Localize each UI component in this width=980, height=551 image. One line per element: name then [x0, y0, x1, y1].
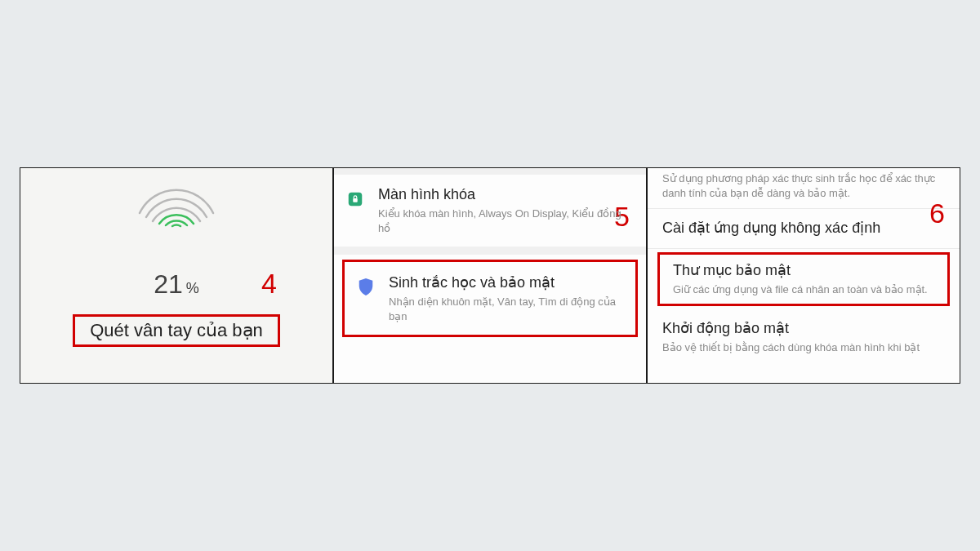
settings-item-unknown-apps[interactable]: Cài đặt ứng dụng không xác định	[648, 209, 960, 249]
tutorial-panels: 4 21 % Quét vân tay của bạn 5 Màn hình k…	[20, 167, 960, 384]
progress-value: 21	[154, 269, 183, 300]
svg-rect-1	[353, 198, 358, 202]
panel-settings-list: 5 Màn hình khóa Kiểu khóa màn hình, Alwa…	[333, 167, 647, 384]
step-number-4: 4	[261, 268, 277, 300]
step-number-6: 6	[929, 198, 945, 229]
shield-icon	[354, 275, 377, 298]
lock-icon	[344, 188, 367, 211]
progress-percent-symbol: %	[186, 280, 199, 297]
unknown-apps-title: Cài đặt ứng dụng không xác định	[662, 219, 945, 237]
biometric-description: Sử dụng phương pháp xác thực sinh trắc h…	[648, 168, 960, 209]
biometrics-subtitle: Nhận diện khuôn mặt, Vân tay, Tìm di độn…	[389, 295, 621, 323]
lockscreen-title: Màn hình khóa	[378, 186, 631, 203]
scan-instruction-highlight: Quét vân tay của bạn	[73, 314, 280, 347]
secure-startup-title: Khởi động bảo mật	[662, 319, 945, 337]
scan-instruction-text: Quét vân tay của bạn	[90, 320, 263, 341]
panel-security-settings: 6 Sử dụng phương pháp xác thực sinh trắc…	[647, 167, 960, 384]
fingerprint-icon	[115, 167, 238, 258]
settings-item-biometrics-highlight[interactable]: Sinh trắc học và bảo mật Nhận diện khuôn…	[342, 260, 638, 337]
scan-progress: 21 %	[154, 269, 199, 300]
settings-item-secure-folder-highlight[interactable]: Thư mục bảo mật Giữ các ứng dụng và file…	[657, 252, 950, 306]
secure-folder-subtitle: Giữ các ứng dụng và file cá nhân an toàn…	[673, 282, 934, 297]
biometrics-title: Sinh trắc học và bảo mật	[389, 273, 621, 291]
secure-folder-title: Thư mục bảo mật	[673, 261, 934, 279]
panel-fingerprint-scan: 4 21 % Quét vân tay của bạn	[20, 167, 333, 384]
lockscreen-subtitle: Kiểu khóa màn hình, Always On Display, K…	[378, 207, 631, 235]
secure-startup-subtitle: Bảo vệ thiết bị bằng cách dùng khóa màn …	[662, 340, 945, 355]
settings-item-lockscreen[interactable]: Màn hình khóa Kiểu khóa màn hình, Always…	[334, 175, 646, 247]
settings-item-secure-startup[interactable]: Khởi động bảo mật Bảo vệ thiết bị bằng c…	[648, 309, 960, 363]
